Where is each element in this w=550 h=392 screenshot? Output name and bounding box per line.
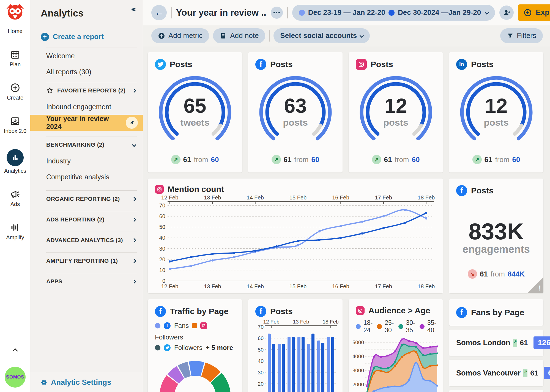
back-button[interactable]: ←: [151, 5, 167, 20]
delta-row: ↗ 61 from 60: [349, 155, 443, 164]
benchmarking-header-label: BENCHMARKING (2): [46, 141, 104, 148]
svg-text:50: 50: [159, 224, 165, 230]
page-name: Somos Vancouver: [456, 369, 521, 377]
analytic-settings-button[interactable]: Analytic Settings: [30, 373, 143, 392]
filters-button[interactable]: Filters: [500, 28, 543, 43]
rail-item-ads[interactable]: Ads: [10, 189, 20, 207]
analytics-active-icon: [7, 149, 24, 166]
svg-text:20: 20: [258, 381, 263, 387]
download-icon: [524, 9, 532, 17]
rail-item-inbox[interactable]: Inbox 2.0: [4, 116, 26, 134]
facebook-icon: f: [456, 307, 467, 318]
fans-header: f Fans by Page: [449, 299, 543, 326]
twitter-icon: [155, 59, 166, 70]
sidebar-section-amplify-reporting[interactable]: AMPLIFY REPORTING (1): [30, 253, 143, 269]
export-label: Export: [536, 8, 550, 17]
pin-icon[interactable]: [126, 117, 138, 129]
sidebar-item-competitive-analysis[interactable]: Competitive analysis: [30, 169, 143, 185]
sidebar-item-industry[interactable]: Industry: [30, 153, 143, 169]
delta-value: 61: [183, 155, 191, 164]
add-note-button[interactable]: Add note: [213, 28, 265, 43]
inbox-icon: [10, 116, 20, 126]
fans-row[interactable]: Somos Vancouver ↗ 61 62K: [449, 360, 543, 386]
date-range-picker[interactable]: Dec 23-19 — Jan 22-20 Dec 30-2024 —Jan 2…: [292, 5, 495, 21]
selected-item-label: Your year in review 2024: [46, 115, 126, 131]
select-social-accounts-button[interactable]: Select social accounts: [273, 28, 370, 43]
sidebar-section-favorites[interactable]: FAVORITE REPORTS (2): [30, 82, 143, 99]
legend-label: 18-24: [363, 319, 373, 334]
favorites-header-label: FAVORITE REPORTS (2): [57, 87, 125, 94]
engagement-value: 833K: [449, 220, 543, 243]
delta-value: 61: [480, 270, 488, 278]
fans-row[interactable]: Somos London ↗ 61 126K: [449, 330, 543, 356]
sidebar-section-advanced-analytics[interactable]: ADVANCED ANALYTICS (3): [30, 232, 143, 248]
sidebar-item-your-year-in-review[interactable]: Your year in review 2024: [30, 115, 143, 131]
range-a-dot: [299, 10, 305, 16]
delta-value: 61: [520, 339, 528, 347]
svg-text:18 Feb: 18 Feb: [417, 283, 434, 289]
avatar[interactable]: SOMOS: [5, 367, 26, 388]
trend-up-icon: ↗: [523, 369, 527, 377]
export-button[interactable]: Export: [518, 4, 550, 21]
sidebar-collapse-icon[interactable]: [132, 8, 136, 11]
facebook-icon: f: [456, 185, 467, 196]
svg-text:18 Feb: 18 Feb: [417, 195, 434, 201]
svg-text:60: 60: [258, 335, 263, 341]
add-metric-button[interactable]: Add metric: [151, 28, 209, 43]
facebook-engagements-card: f Posts 833K engagements ↘ 61 from 844K: [449, 179, 543, 293]
rail-item-home[interactable]: Home: [8, 28, 22, 34]
gauge-value: 65: [148, 96, 242, 116]
rail-item-plan[interactable]: Plan: [10, 49, 21, 68]
sidebar-section-ads-reporting[interactable]: ADS REPORTING (2): [30, 211, 143, 228]
create-report-button[interactable]: + Create a report: [41, 32, 143, 41]
linkedin-posts-gauge-card: in Posts 12 posts: [449, 52, 543, 172]
facebook-icon: f: [164, 322, 171, 329]
rail-item-amplify[interactable]: Amplify: [6, 222, 24, 241]
card-title: Posts: [471, 186, 494, 195]
sidebar-item-welcome[interactable]: Welcome: [30, 48, 143, 64]
fans-row-partial[interactable]: ↘: [449, 390, 543, 392]
delta-value: 61: [485, 155, 492, 164]
sidebar-section-organic-reporting[interactable]: ORGANIC REPORTING (2): [30, 191, 143, 207]
warning-corner[interactable]: [527, 277, 543, 293]
facebook-icon: f: [255, 306, 266, 317]
sidebar-section-benchmarking[interactable]: BENCHMARKING (2): [30, 136, 143, 153]
svg-text:16 Feb: 16 Feb: [332, 283, 349, 289]
rail-item-label: Analytics: [4, 168, 26, 174]
svg-text:15 Feb: 15 Feb: [289, 283, 306, 289]
sidebar-item-inbound-engagement[interactable]: Inbound engagement: [30, 99, 143, 115]
rail-item-label: Create: [7, 95, 23, 101]
gauge-unit: posts: [349, 117, 443, 128]
age-30-35-dot: [398, 324, 403, 329]
delta-target[interactable]: 60: [311, 155, 319, 164]
delta-target[interactable]: 60: [512, 155, 520, 164]
instagram-icon: [356, 306, 365, 315]
rail-item-analytics[interactable]: Analytics: [4, 149, 26, 174]
collapse-up-icon[interactable]: [13, 349, 17, 354]
delta-row: ↗ 61 from 60: [148, 155, 242, 164]
sidebar-section-apps[interactable]: APPS: [30, 273, 143, 290]
report-title: Your year in review ..: [176, 7, 266, 18]
delta-target[interactable]: 60: [211, 155, 219, 164]
card-title: Posts: [270, 307, 293, 316]
divider: [171, 7, 172, 18]
delta-from-word: from: [395, 155, 409, 164]
warning-exclamation-icon: !: [539, 284, 541, 292]
delta-target[interactable]: 844K: [508, 270, 525, 278]
svg-text:13 Feb: 13 Feb: [204, 283, 221, 289]
icon-rail: Home Plan Create: [0, 0, 30, 392]
card-title: Audience > Age: [368, 306, 430, 315]
legend-more-label: + 5 more: [206, 344, 233, 352]
delta-from-word: from: [194, 155, 208, 164]
hootsuite-logo-icon[interactable]: [5, 3, 26, 23]
delta-value: 61: [530, 369, 538, 377]
sidebar-item-all-reports[interactable]: All reports (30): [30, 64, 143, 80]
card-title: Posts: [170, 60, 192, 69]
rail-item-create[interactable]: Create: [7, 83, 23, 101]
chevron-right-icon: [132, 279, 136, 284]
gauge: 12 posts: [449, 72, 543, 148]
traffic-by-page-card: f Traffic by Page f Fans Followers: [148, 299, 242, 392]
delta-target[interactable]: 60: [412, 155, 420, 164]
share-add-user-button[interactable]: [499, 6, 514, 20]
more-options-button[interactable]: [271, 7, 283, 19]
